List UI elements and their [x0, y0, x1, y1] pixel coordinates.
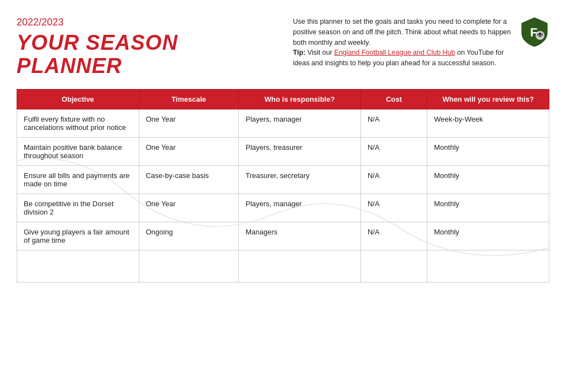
cell-objective: Be competitive in the Dorset division 2	[17, 194, 139, 222]
cell-objective: Give young players a fair amount of game…	[17, 222, 139, 250]
table-row: Give young players a fair amount of game…	[17, 222, 549, 250]
cell-review: Monthly	[427, 194, 549, 222]
cell-review: Monthly	[427, 137, 549, 165]
cell-objective	[17, 250, 139, 282]
table-wrapper: Objective Timescale Who is responsible? …	[17, 89, 549, 283]
cell-cost: N/A	[360, 165, 427, 194]
header-right: Use this planner to set the goals and ta…	[293, 17, 549, 69]
cell-timescale: One Year	[139, 194, 239, 222]
col-header-objective: Objective	[17, 89, 139, 109]
cell-objective: Maintain positive bank balance throughou…	[17, 137, 139, 165]
description-text: Use this planner to set the goals and ta…	[293, 18, 511, 46]
cell-timescale: One Year	[139, 137, 239, 165]
planner-table: Objective Timescale Who is responsible? …	[17, 89, 549, 283]
cell-review: Week-by-Week	[427, 109, 549, 137]
cell-responsible: Players, manager	[239, 109, 361, 137]
cell-objective: Fulfil every fixture with no cancelation…	[17, 109, 139, 137]
tip-link[interactable]: England Football League and Club Hub	[334, 49, 455, 56]
cell-cost	[360, 250, 427, 282]
cell-responsible: Treasurer, secretary	[239, 165, 361, 194]
cell-cost: N/A	[360, 137, 427, 165]
cell-cost: N/A	[360, 109, 427, 137]
cell-review: Monthly	[427, 165, 549, 194]
year-label: 2022/2023	[17, 17, 271, 28]
tip-prefix: Visit our	[307, 49, 334, 56]
col-header-responsible: Who is responsible?	[239, 89, 361, 109]
col-header-timescale: Timescale	[139, 89, 239, 109]
header: 2022/2023 YOUR SEASON PLANNER Use this p…	[17, 17, 549, 78]
cell-responsible: Players, treasurer	[239, 137, 361, 165]
table-row: Be competitive in the Dorset division 2O…	[17, 194, 549, 222]
cell-timescale: Case-by-case basis	[139, 165, 239, 194]
cell-review: Monthly	[427, 222, 549, 250]
table-row: Maintain positive bank balance throughou…	[17, 137, 549, 165]
cell-timescale: Ongoing	[139, 222, 239, 250]
logo-badge: F	[520, 17, 549, 46]
cell-responsible: Managers	[239, 222, 361, 250]
cell-cost: N/A	[360, 194, 427, 222]
cell-cost: N/A	[360, 222, 427, 250]
page: 2022/2023 YOUR SEASON PLANNER Use this p…	[0, 0, 566, 392]
cell-timescale	[139, 250, 239, 282]
cell-timescale: One Year	[139, 109, 239, 137]
col-header-cost: Cost	[360, 89, 427, 109]
header-left: 2022/2023 YOUR SEASON PLANNER	[17, 17, 271, 78]
page-title: YOUR SEASON PLANNER	[17, 32, 271, 78]
table-row: Fulfil every fixture with no cancelation…	[17, 109, 549, 137]
cell-responsible	[239, 250, 361, 282]
tip-label: Tip:	[293, 49, 306, 56]
cell-responsible: Players, manager	[239, 194, 361, 222]
table-header-row: Objective Timescale Who is responsible? …	[17, 89, 549, 109]
table-row	[17, 250, 549, 282]
cell-objective: Ensure all bills and payments are made o…	[17, 165, 139, 194]
table-row: Ensure all bills and payments are made o…	[17, 165, 549, 194]
description: Use this planner to set the goals and ta…	[293, 17, 512, 69]
cell-review	[427, 250, 549, 282]
col-header-review: When will you review this?	[427, 89, 549, 109]
